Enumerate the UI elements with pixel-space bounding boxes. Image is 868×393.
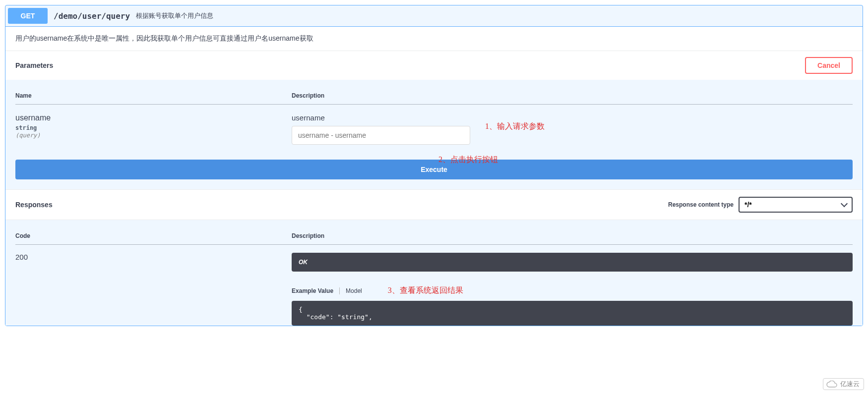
responses-title: Responses [15, 201, 53, 209]
tab-model[interactable]: Model [346, 287, 362, 294]
col-desc2-header: Description [292, 227, 853, 245]
content-type-label: Response content type [668, 201, 734, 208]
param-row: username string (query) username 1、输入请求参… [15, 105, 853, 148]
execute-wrap: 2、点击执行按钮 Execute [5, 160, 863, 189]
param-description: username [292, 113, 853, 122]
response-row: 200 OK Example Value Model 3、查看系统返回结果 { … [15, 245, 853, 326]
parameters-header: Parameters Cancel [5, 51, 863, 80]
param-in: (query) [15, 132, 292, 139]
operation-description: 用户的username在系统中是唯一属性，因此我获取单个用户信息可直接通过用户名… [5, 27, 863, 51]
cancel-button[interactable]: Cancel [805, 57, 853, 74]
operation-body: 用户的username在系统中是唯一属性，因此我获取单个用户信息可直接通过用户名… [5, 27, 863, 326]
tab-separator [339, 287, 340, 294]
operation-summary[interactable]: GET /demo/user/query 根据账号获取单个用户信息 [5, 5, 863, 27]
endpoint-summary: 根据账号获取单个用户信息 [136, 11, 213, 20]
annotation-2: 2、点击执行按钮 [438, 155, 498, 165]
content-type-group: Response content type */* [668, 197, 853, 213]
col-code-header: Code [15, 227, 292, 245]
responses-header: Responses Response content type */* [5, 189, 863, 220]
content-type-select[interactable]: */* [739, 197, 853, 213]
annotation-3: 3、查看系统返回结果 [388, 285, 463, 296]
param-name: username [15, 113, 292, 122]
response-code: 200 [15, 253, 292, 261]
content-type-select-wrap: */* [739, 197, 853, 213]
endpoint-path: /demo/user/query [48, 11, 136, 21]
annotation-1: 1、输入请求参数 [485, 121, 545, 132]
col-desc-header: Description [292, 87, 853, 105]
parameters-title: Parameters [15, 61, 53, 69]
col-name-header: Name [15, 87, 292, 105]
param-type: string [15, 122, 292, 132]
tab-example-value[interactable]: Example Value [292, 287, 333, 294]
http-method-badge: GET [8, 8, 48, 24]
responses-body: Code Description 200 OK Example Value [5, 220, 863, 326]
parameters-table: Name Description username string (query)… [15, 87, 853, 147]
operation-block: GET /demo/user/query 根据账号获取单个用户信息 用户的use… [5, 5, 863, 326]
parameters-body: Name Description username string (query)… [5, 80, 863, 160]
execute-button[interactable]: Execute [15, 160, 853, 179]
example-json[interactable]: { "code": "string", [292, 301, 853, 326]
responses-table: Code Description 200 OK Example Value [15, 227, 853, 326]
response-message: OK [292, 253, 853, 272]
param-input[interactable] [292, 126, 470, 145]
example-tabs: Example Value Model 3、查看系统返回结果 [292, 285, 853, 296]
